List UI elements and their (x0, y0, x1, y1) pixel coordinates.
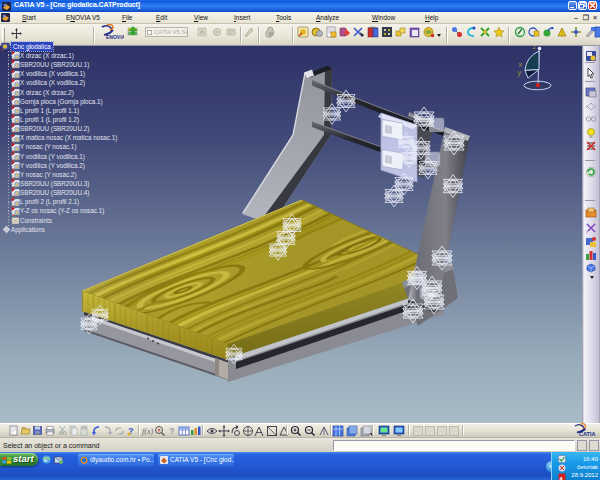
svg-text:z: z (533, 46, 537, 51)
svg-text:?: ? (169, 426, 175, 436)
svg-text:a: a (560, 475, 563, 480)
svg-text:f(x): f(x) (142, 427, 153, 436)
svg-text:y: y (518, 68, 522, 77)
